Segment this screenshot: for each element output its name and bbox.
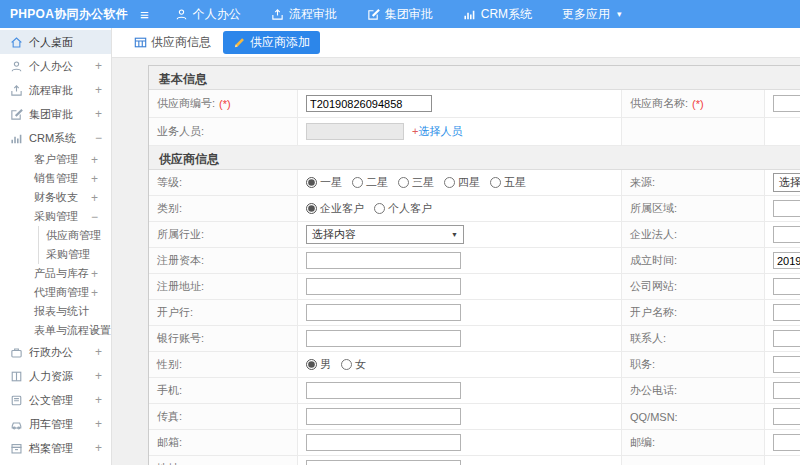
- upload-icon: [10, 84, 23, 97]
- home-icon: [10, 36, 23, 49]
- bank-branch-input[interactable]: [306, 304, 461, 321]
- star-level-option[interactable]: 三星: [398, 175, 434, 190]
- registered-address-input[interactable]: [306, 278, 461, 295]
- star-level-radio[interactable]: [306, 177, 317, 188]
- gender-option[interactable]: 女: [341, 357, 366, 372]
- sidebar-item-supplier-mgmt[interactable]: 供应商管理: [0, 226, 111, 245]
- sidebar-item-purchase-mgmt[interactable]: 采购管理−: [0, 207, 111, 226]
- nav-more-apps[interactable]: 更多应用▾: [562, 6, 622, 23]
- star-level-option[interactable]: 四星: [444, 175, 480, 190]
- category-option[interactable]: 企业客户: [306, 201, 364, 216]
- star-level-radio[interactable]: [490, 177, 501, 188]
- sidebar-item-finance-mgmt[interactable]: 财务收支+: [0, 188, 111, 207]
- sidebar-item-form-flow-settings[interactable]: 表单与流程设置+: [0, 321, 111, 340]
- sidebar-item-agent-mgmt[interactable]: 代理商管理+: [0, 283, 111, 302]
- sidebar-item-official-docs[interactable]: 公文管理+: [0, 388, 111, 412]
- business-person-input[interactable]: [306, 123, 404, 140]
- star-level-radio[interactable]: [352, 177, 363, 188]
- contact-person-input[interactable]: [773, 330, 800, 347]
- nav-workflow-approval[interactable]: 流程审批: [271, 6, 337, 23]
- office-phone-input[interactable]: [773, 382, 800, 399]
- gender-option[interactable]: 男: [306, 357, 331, 372]
- nav-group-approval[interactable]: 集团审批: [367, 6, 433, 23]
- fax-input[interactable]: [306, 408, 461, 425]
- job-title-input[interactable]: [773, 356, 800, 373]
- postal-code-input[interactable]: [773, 434, 800, 451]
- field-label-cell: 供应商编号:(*): [149, 90, 297, 117]
- gender-radio[interactable]: [341, 359, 352, 370]
- sidebar-item-customer-mgmt[interactable]: 客户管理+: [0, 150, 111, 169]
- radio-label: 四星: [458, 175, 480, 190]
- field-cell: 男女: [297, 352, 621, 377]
- category-radio[interactable]: [306, 203, 317, 214]
- field-label-cell: 注册资本:: [149, 248, 297, 273]
- expand-toggle[interactable]: −: [95, 132, 102, 144]
- nav-crm-system[interactable]: CRM系统: [463, 6, 532, 23]
- sidebar-item-reports-stats[interactable]: 报表与统计: [0, 302, 111, 321]
- star-level-option[interactable]: 一星: [306, 175, 342, 190]
- expand-toggle[interactable]: +: [95, 394, 102, 406]
- expand-toggle[interactable]: +: [95, 442, 102, 454]
- sidebar-item-admin-office[interactable]: 行政办公+: [0, 340, 111, 364]
- star-level-radio[interactable]: [398, 177, 409, 188]
- expand-toggle[interactable]: +: [95, 418, 102, 430]
- sidebar-item-label: 行政办公: [29, 345, 73, 360]
- sidebar-item-group-approval[interactable]: 集团审批+: [0, 102, 111, 126]
- expand-toggle[interactable]: +: [91, 154, 98, 166]
- menu-toggle-icon[interactable]: ≡: [140, 7, 149, 22]
- email-input[interactable]: [306, 434, 461, 451]
- category-radio[interactable]: [374, 203, 385, 214]
- address-input[interactable]: [306, 460, 461, 465]
- nav-personal-office[interactable]: 个人办公: [175, 6, 241, 23]
- registered-capital-input[interactable]: [306, 252, 461, 269]
- caret-down-icon: ▾: [617, 9, 622, 19]
- expand-toggle[interactable]: +: [91, 287, 98, 299]
- legal-person-input[interactable]: [773, 226, 800, 243]
- expand-toggle[interactable]: −: [91, 211, 98, 223]
- star-level-option[interactable]: 二星: [352, 175, 388, 190]
- section-header: 供应商信息: [149, 146, 800, 170]
- star-level-radio-group: 一星二星三星四星五星: [306, 175, 526, 190]
- sidebar-item-label: 采购管理: [46, 247, 90, 262]
- choose-person-link[interactable]: +选择人员: [412, 124, 462, 139]
- star-level-option[interactable]: 五星: [490, 175, 526, 190]
- expand-toggle[interactable]: +: [91, 325, 98, 337]
- expand-toggle[interactable]: +: [91, 173, 98, 185]
- sidebar-item-purchasing[interactable]: 采购管理: [0, 245, 111, 264]
- expand-toggle[interactable]: +: [91, 192, 98, 204]
- expand-toggle[interactable]: +: [95, 346, 102, 358]
- field-label: 传真:: [157, 409, 182, 424]
- expand-toggle[interactable]: +: [95, 108, 102, 120]
- expand-toggle[interactable]: +: [95, 60, 102, 72]
- sidebar-item-personal-desktop[interactable]: 个人桌面: [0, 30, 111, 54]
- sidebar-item-sales-mgmt[interactable]: 销售管理+: [0, 169, 111, 188]
- source-select[interactable]: 选择内容▼: [773, 173, 800, 192]
- sidebar-item-product-inventory[interactable]: 产品与库存+: [0, 264, 111, 283]
- sidebar-item-workflow-approval[interactable]: 流程审批+: [0, 78, 111, 102]
- mobile-input[interactable]: [306, 382, 461, 399]
- bank-account-input[interactable]: [306, 330, 461, 347]
- sidebar-item-crm-system[interactable]: CRM系统−: [0, 126, 111, 150]
- qq-msn-input[interactable]: [773, 408, 800, 425]
- form-row: 开户行:开户名称:: [149, 300, 800, 326]
- tab-supplier-add[interactable]: 供应商添加: [223, 31, 320, 54]
- category-option[interactable]: 个人客户: [374, 201, 432, 216]
- founding-date-input[interactable]: [773, 252, 800, 269]
- expand-toggle[interactable]: +: [91, 268, 98, 280]
- account-name-input[interactable]: [773, 304, 800, 321]
- supplier-name-input[interactable]: [773, 95, 800, 112]
- tab-supplier-info[interactable]: 供应商信息: [134, 34, 211, 51]
- expand-toggle[interactable]: +: [95, 370, 102, 382]
- sidebar-item-archive-mgmt[interactable]: 档案管理+: [0, 436, 111, 460]
- star-level-radio[interactable]: [444, 177, 455, 188]
- sidebar-item-human-resources[interactable]: 人力资源+: [0, 364, 111, 388]
- industry-select[interactable]: 选择内容▼: [306, 225, 464, 244]
- form-row: 业务人员:+选择人员: [149, 118, 800, 146]
- gender-radio[interactable]: [306, 359, 317, 370]
- supplier-code-input[interactable]: [306, 95, 432, 112]
- expand-toggle[interactable]: +: [95, 84, 102, 96]
- company-website-input[interactable]: [773, 278, 800, 295]
- sidebar-item-vehicle-mgmt[interactable]: 用车管理+: [0, 412, 111, 436]
- region-input[interactable]: [773, 200, 800, 217]
- sidebar-item-personal-office[interactable]: 个人办公+: [0, 54, 111, 78]
